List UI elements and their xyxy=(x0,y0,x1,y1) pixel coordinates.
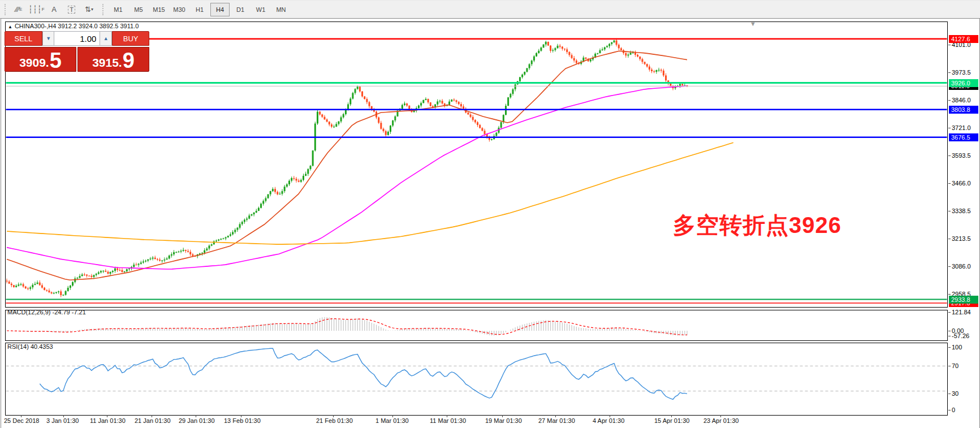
y-axis-tick-mark xyxy=(948,183,951,184)
rsi-axis-label: 0 xyxy=(952,407,955,413)
time-axis-tick-mark xyxy=(555,415,556,417)
sell-button[interactable]: SELL xyxy=(5,31,42,46)
top-toolbar: ⁄⁄⁄E┆┆┆FAT⇅▾ M1M5M15M30H1H4D1W1MN xyxy=(0,0,980,19)
timeframe-bar: M1M5M15M30H1H4D1W1MN xyxy=(108,3,291,16)
time-axis-tick-mark xyxy=(610,415,610,417)
macd-indicator-label: MACD(12,26,9) -24.79 -7.21 xyxy=(7,309,86,315)
text-label-icon[interactable]: A xyxy=(46,2,62,17)
chart-text-annotation: 多空转折点3926 xyxy=(673,210,841,241)
time-axis-label: 21 Jan 01:30 xyxy=(135,417,171,424)
sell-price-box[interactable]: 3909.5 xyxy=(5,47,76,72)
chart-shift-marker-icon[interactable]: ▼ xyxy=(750,20,756,27)
y-axis-tick-label: 3338.5 xyxy=(952,207,971,214)
ma-fast-line xyxy=(7,51,687,280)
time-axis-label: 15 Apr 01:30 xyxy=(654,417,689,424)
equidistant-channel-icon[interactable]: ⁄⁄⁄E xyxy=(11,2,27,17)
buy-price-box[interactable]: 3915.9 xyxy=(77,47,149,72)
rsi-line xyxy=(40,348,687,399)
timeframe-d1[interactable]: D1 xyxy=(231,3,250,16)
time-axis-label: 1 Mar 01:30 xyxy=(375,417,409,424)
one-click-trade-panel: SELL ▼ ▲ BUY 3909.5 3915.9 xyxy=(5,31,149,72)
y-axis-tick-mark xyxy=(948,45,951,45)
chart-window: ▲CHINA300-,H4 3912.2 3924.0 3892.5 3911.… xyxy=(1,18,980,428)
price-level-badge: 3926.0 xyxy=(949,79,978,87)
time-axis-tick-mark xyxy=(333,415,334,417)
rsi-indicator-label: RSI(14) 40.4353 xyxy=(7,343,53,350)
price-level-badge: 3676.5 xyxy=(949,133,978,141)
time-axis-tick-mark xyxy=(21,415,21,417)
ohlc-values: 3912.2 3924.0 3892.5 3911.0 xyxy=(58,23,139,29)
y-axis-tick-label: 3086.0 xyxy=(952,263,971,270)
y-axis-tick-label: 3846.0 xyxy=(952,97,971,103)
time-axis-tick-mark xyxy=(196,415,196,417)
time-axis-label: 21 Feb 01:30 xyxy=(316,417,353,424)
rsi-axis-tick xyxy=(948,410,951,410)
y-axis-tick-label: 3973.5 xyxy=(952,69,971,76)
time-axis-tick-mark xyxy=(720,415,721,417)
timeframe-w1[interactable]: W1 xyxy=(251,3,270,16)
sell-price-big-digit: 5 xyxy=(50,51,62,70)
collapse-triangle-icon[interactable]: ▲ xyxy=(8,24,12,29)
chart-header: ▲CHINA300-,H4 3912.2 3924.0 3892.5 3911.… xyxy=(8,23,139,29)
timeframe-m30[interactable]: M30 xyxy=(170,3,189,16)
timeframe-m15[interactable]: M15 xyxy=(149,3,169,16)
time-axis-label: 23 Apr 01:30 xyxy=(703,417,739,424)
time-axis-label: 27 Mar 01:30 xyxy=(538,417,575,424)
rsi-axis-tick xyxy=(948,366,951,366)
macd-axis-tick xyxy=(948,331,951,331)
macd-axis-tick xyxy=(948,312,951,313)
y-axis-tick-mark xyxy=(948,100,951,101)
volume-increase-button[interactable]: ▲ xyxy=(100,31,112,46)
time-axis-tick-mark xyxy=(447,415,447,417)
volume-input[interactable] xyxy=(54,31,100,46)
time-axis-tick-mark xyxy=(502,415,503,417)
buy-price-main: 3915. xyxy=(92,55,122,70)
buy-price-big-digit: 9 xyxy=(123,51,135,70)
rsi-axis-label: 30 xyxy=(952,390,959,397)
ma-slow-line xyxy=(7,142,733,244)
time-axis-label: 11 Mar 01:30 xyxy=(430,417,466,424)
y-axis-tick-mark xyxy=(948,128,951,128)
arrows-tool-icon[interactable]: ⇅▾ xyxy=(81,2,97,17)
timeframe-m5[interactable]: M5 xyxy=(129,3,148,16)
time-axis-label: 19 Mar 01:30 xyxy=(485,417,522,424)
y-axis-tick-mark xyxy=(948,211,951,211)
time-axis-label: 29 Jan 01:30 xyxy=(179,417,215,424)
symbol-period-label: CHINA300-,H4 xyxy=(15,23,56,29)
timeframe-h1[interactable]: H1 xyxy=(190,3,209,16)
time-axis-label: 25 Dec 2018 xyxy=(4,417,39,424)
y-axis-tick-label: 3593.5 xyxy=(952,152,971,159)
timeframe-m1[interactable]: M1 xyxy=(109,3,128,16)
time-axis-tick-mark xyxy=(671,415,672,417)
timeframe-mn[interactable]: MN xyxy=(271,3,291,16)
ma-mid-line xyxy=(7,86,687,269)
y-axis-tick-mark xyxy=(948,72,951,73)
text-box-icon[interactable]: T xyxy=(63,2,80,17)
drawing-tools-group: ⁄⁄⁄E┆┆┆FAT⇅▾ xyxy=(10,2,98,17)
y-axis-tick-mark xyxy=(948,239,951,239)
time-axis-label: 11 Jan 01:30 xyxy=(90,417,126,424)
y-axis-tick-label: 3721.0 xyxy=(952,124,971,131)
rsi-axis-tick xyxy=(948,394,951,394)
y-axis-tick-mark xyxy=(948,266,951,267)
timeframe-grip xyxy=(102,4,106,15)
y-axis-tick-label: 3466.0 xyxy=(952,180,971,187)
rsi-axis-label: 100 xyxy=(952,344,962,351)
time-axis-tick-mark xyxy=(107,415,107,417)
time-axis-tick-mark xyxy=(63,415,64,417)
time-axis-tick-mark xyxy=(152,415,152,417)
rsi-axis-label: 70 xyxy=(952,362,959,369)
time-axis-label: 4 Apr 01:30 xyxy=(593,417,624,424)
y-axis-tick-mark xyxy=(948,294,951,295)
rsi-axis-tick xyxy=(948,347,951,348)
price-level-badge: 2933.8 xyxy=(949,296,978,304)
fibonacci-retracement-icon[interactable]: ┆┆┆F xyxy=(28,2,45,17)
macd-axis-tick xyxy=(948,336,951,336)
buy-button[interactable]: BUY xyxy=(112,31,149,46)
macd-axis-label: 121.84 xyxy=(952,309,971,315)
timeframe-h4[interactable]: H4 xyxy=(210,3,230,16)
time-axis-label: 3 Jan 01:30 xyxy=(46,417,79,424)
macd-axis-label: -57.26 xyxy=(952,332,969,339)
volume-decrease-button[interactable]: ▼ xyxy=(42,31,55,46)
time-axis-label: 13 Feb 01:30 xyxy=(224,417,261,424)
